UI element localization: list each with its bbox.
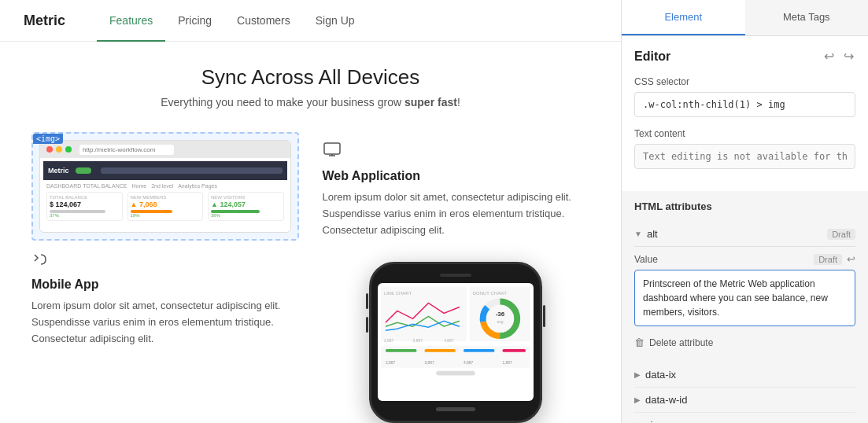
mini-search xyxy=(101,167,283,174)
browser-dot-red xyxy=(46,146,53,153)
nav-link-customers[interactable]: Customers xyxy=(224,0,303,42)
attr-alt-header[interactable]: ▼ alt Draft xyxy=(634,222,855,247)
stat-card-3: NEW VISITORS ▲ 124,057 38% xyxy=(208,192,284,221)
dashboard-nav-2: 2nd level xyxy=(151,183,173,189)
subtitle-text: Everything you need to make your busines… xyxy=(161,96,401,109)
attr-data-ix[interactable]: ▶ data-ix xyxy=(634,362,855,388)
panel-tabs: Element Meta Tags xyxy=(622,0,868,36)
browser-mockup: http://metric-workflow.com Metric DASHBO… xyxy=(39,140,291,233)
web-app-title: Web Application xyxy=(323,169,590,183)
left-panel: Metric Features Pricing Customers Sign U… xyxy=(0,0,622,423)
css-selector-label: CSS selector xyxy=(634,76,855,87)
stat-value-3: ▲ 124,057 xyxy=(211,200,281,208)
stat-value-1: $ 124,067 xyxy=(50,200,120,208)
mobile-screen: LINE CHART 2,887 3,887 4,887 xyxy=(378,283,534,401)
stat-label-2: NEW MEMBERS xyxy=(131,195,201,200)
attr-alt-left: ▼ alt xyxy=(634,228,658,240)
delete-attribute-button[interactable]: 🗑 Delete attribute xyxy=(634,332,713,353)
section-title: Sync Across All Devices xyxy=(31,65,589,90)
right-column: Web Application Lorem ipsum dolor sit am… xyxy=(323,132,590,423)
nav-link-features[interactable]: Features xyxy=(97,0,165,42)
attr-data-ix-name: data-ix xyxy=(645,369,676,381)
attr-data-w-id-chevron: ▶ xyxy=(634,395,641,404)
stat-card-2: NEW MEMBERS ▲ 7,068 19% xyxy=(127,192,204,221)
value-label: Value xyxy=(634,254,658,265)
attr-alt-name: alt xyxy=(647,228,658,240)
nav-link-signup[interactable]: Sign Up xyxy=(303,0,368,42)
trash-icon: 🗑 xyxy=(634,337,645,348)
svg-rect-0 xyxy=(324,143,340,154)
right-panel: Element Meta Tags Editor ↩ ↪ CSS selecto… xyxy=(622,0,868,423)
svg-text:1,887: 1,887 xyxy=(503,361,513,365)
mini-nav-logo: Metric xyxy=(48,167,69,175)
mobile-button-left-1 xyxy=(366,293,368,309)
mobile-chart-svg: LINE CHART 2,887 3,887 4,887 xyxy=(378,283,534,401)
text-content-label: Text content xyxy=(634,128,855,139)
attr-data-w-id[interactable]: ▶ data-w-id xyxy=(634,388,855,413)
mobile-speaker xyxy=(440,274,471,277)
value-textarea[interactable]: Printscreen of the Metric Web applicatio… xyxy=(634,270,855,326)
stat-label-3: NEW VISITORS xyxy=(211,195,281,200)
attr-data-w-id-left: ▶ data-w-id xyxy=(634,394,687,406)
value-row: Value Draft ↩ xyxy=(634,253,855,265)
attr-sizes[interactable]: ▶ sizes xyxy=(634,413,855,423)
svg-rect-15 xyxy=(386,349,417,352)
svg-rect-19 xyxy=(464,349,495,352)
svg-rect-17 xyxy=(425,349,456,352)
editor-header: Editor ↩ ↪ xyxy=(634,47,855,65)
dashboard-nav-3: Analytics Pages xyxy=(178,183,217,189)
browser-top-bar: http://metric-workflow.com xyxy=(40,141,290,158)
web-app-feature: Web Application Lorem ipsum dolor sit am… xyxy=(323,132,590,246)
dashboard-label: DASHBOARD TOTAL BALANCE xyxy=(46,183,127,189)
redo-button[interactable]: ↪ xyxy=(842,47,855,65)
mobile-button-left-2 xyxy=(366,317,368,333)
svg-text:3,887: 3,887 xyxy=(425,361,435,365)
value-reset-button[interactable]: ↩ xyxy=(847,253,855,265)
img-tag-badge: <img> xyxy=(33,134,63,144)
mini-nav-dot xyxy=(76,167,91,174)
svg-text:4,887: 4,887 xyxy=(464,361,474,365)
stat-change-2: 19% xyxy=(131,213,201,218)
attr-data-w-id-name: data-w-id xyxy=(645,394,687,406)
attr-alt-expanded: ▼ alt Draft Value Draft ↩ Printscreen of… xyxy=(634,222,855,362)
svg-rect-21 xyxy=(503,349,526,352)
mobile-app-feature: Mobile App Lorem ipsum dolor sit amet, c… xyxy=(31,241,299,355)
screenshot-container[interactable]: <img> http://metric-workflow.com Metric xyxy=(31,132,299,241)
tab-element[interactable]: Element xyxy=(622,0,745,35)
editor-section: Editor ↩ ↪ CSS selector Text content xyxy=(622,36,868,191)
mobile-mockup-container: LINE CHART 2,887 3,887 4,887 xyxy=(323,262,590,423)
mini-stats: TOTAL BALANCE $ 124,067 37% NEW MEMBERS … xyxy=(46,192,284,221)
mobile-app-title: Mobile App xyxy=(31,278,299,292)
svg-rect-23 xyxy=(437,371,476,376)
text-content-input[interactable] xyxy=(634,144,855,169)
tab-meta-tags[interactable]: Meta Tags xyxy=(745,0,869,35)
svg-text:4,887: 4,887 xyxy=(444,339,454,343)
browser-url: http://metric-workflow.com xyxy=(79,145,174,155)
stat-change-1: 37% xyxy=(50,213,120,218)
svg-text:3,887: 3,887 xyxy=(413,339,423,343)
attr-data-ix-chevron: ▶ xyxy=(634,370,641,379)
mobile-app-icon xyxy=(31,248,299,271)
css-selector-input[interactable] xyxy=(634,92,855,117)
undo-button[interactable]: ↩ xyxy=(822,47,836,65)
dashboard-nav-1: Home xyxy=(131,183,146,189)
feature-grid: <img> http://metric-workflow.com Metric xyxy=(31,132,589,423)
web-app-icon xyxy=(323,140,590,163)
attr-alt-chevron: ▼ xyxy=(634,230,642,238)
nav-bar: Metric Features Pricing Customers Sign U… xyxy=(0,0,621,42)
svg-text:LINE CHART: LINE CHART xyxy=(384,291,412,296)
value-row-right: Draft ↩ xyxy=(814,253,855,265)
editor-actions: ↩ ↪ xyxy=(822,47,855,65)
browser-dot-green xyxy=(65,146,72,153)
editor-title: Editor xyxy=(634,50,670,64)
stat-label-1: TOTAL BALANCE xyxy=(50,195,120,200)
svg-text:2,887: 2,887 xyxy=(386,361,396,365)
mobile-button-right xyxy=(543,305,545,327)
svg-text:DONUT CHART: DONUT CHART xyxy=(473,291,507,296)
left-column: <img> http://metric-workflow.com Metric xyxy=(31,132,299,423)
mobile-home-bar xyxy=(436,407,475,411)
mini-dashboard: DASHBOARD TOTAL BALANCE Home 2nd level A… xyxy=(43,180,287,229)
value-section: Value Draft ↩ Printscreen of the Metric … xyxy=(634,247,855,356)
nav-link-pricing[interactable]: Pricing xyxy=(165,0,224,42)
mobile-frame: LINE CHART 2,887 3,887 4,887 xyxy=(369,262,542,423)
